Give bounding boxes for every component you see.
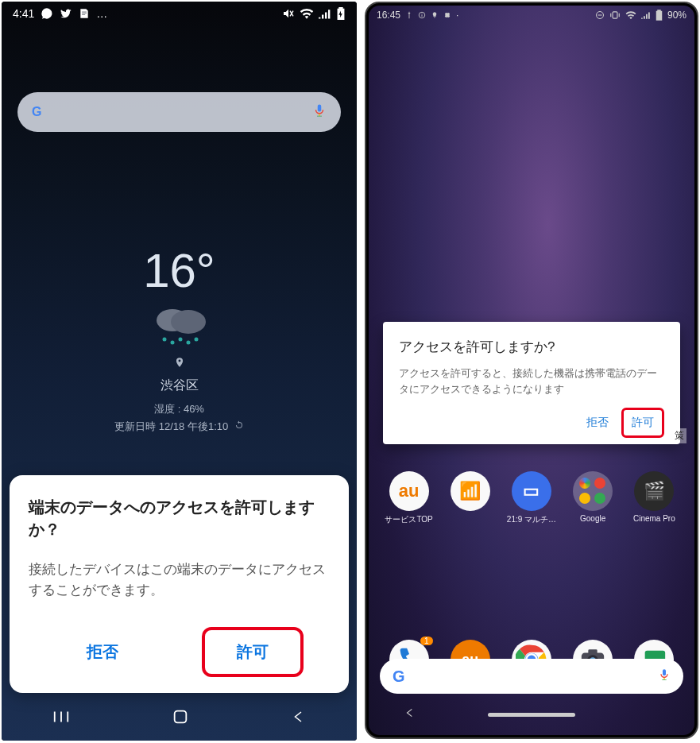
app-サービスTOP[interactable]: auサービスTOP [379, 471, 439, 525]
home-pill[interactable] [488, 713, 575, 717]
voice-search-icon[interactable] [312, 101, 327, 123]
google-search-bar[interactable]: G [380, 659, 683, 694]
svg-point-4 [178, 338, 182, 342]
dialog-title: アクセスを許可しますか? [399, 338, 664, 356]
dnd-icon [595, 10, 605, 20]
doc-icon [79, 7, 90, 20]
phone-sony: 16:45 · 90% アクセスを許可しますか? アクセスを許可すると、接続した… [365, 2, 698, 739]
app-row1-1[interactable]: 📶 [440, 471, 501, 525]
wifi-icon [625, 10, 636, 20]
dialog-body: アクセスを許可すると、接続した機器は携帯電話のデータにアクセスできるようになりま… [399, 366, 664, 397]
app-label: Google [563, 514, 623, 523]
vibrate-icon [609, 10, 621, 20]
google-g-icon: G [32, 105, 41, 119]
back-button[interactable] [404, 706, 416, 723]
weather-widget[interactable]: 16° 渋谷区 湿度 : 46% 更新日時 12/18 午後1:10 [2, 243, 357, 434]
allow-button[interactable]: 許可 [621, 408, 664, 438]
access-dialog: アクセスを許可しますか? アクセスを許可すると、接続した機器は携帯電話のデータに… [383, 322, 680, 444]
google-search-bar[interactable]: G [17, 92, 341, 132]
wifi-icon [300, 8, 314, 19]
svg-point-12 [447, 15, 450, 17]
temperature: 16° [2, 243, 357, 298]
svg-point-2 [162, 338, 166, 342]
google-g-icon: G [393, 668, 404, 686]
home-button[interactable] [172, 708, 189, 729]
battery-charging-icon [336, 7, 346, 20]
refresh-icon[interactable] [234, 420, 244, 432]
humidity: 湿度 : 46% [2, 402, 357, 416]
deny-button[interactable]: 拒否 [55, 627, 150, 677]
status-bar: 4:41 … [2, 2, 357, 25]
app-row-widgets: auサービスTOP📶▭21:9 マルチ…Google🎬Cinema Pro [369, 471, 694, 525]
svg-rect-14 [613, 12, 617, 18]
rain-cloud-icon [149, 304, 211, 349]
bulb-icon [431, 10, 439, 20]
more-icon: … [96, 7, 108, 20]
home-screen: 16:45 · 90% アクセスを許可しますか? アクセスを許可すると、接続した… [369, 6, 694, 735]
battery-icon [656, 10, 663, 21]
status-time: 16:45 [377, 10, 400, 21]
back-button[interactable] [292, 708, 306, 729]
twitter-icon [60, 7, 72, 20]
usb-icon [405, 10, 413, 20]
dialog-body: 接続したデバイスはこの端末のデータにアクセスすることができます。 [29, 559, 330, 600]
svg-rect-7 [175, 711, 187, 723]
svg-point-1 [171, 310, 206, 334]
voice-search-icon[interactable] [658, 666, 671, 687]
right-edge-label: 策 [672, 428, 686, 443]
mute-icon [282, 7, 295, 20]
app-Cinema Pro[interactable]: 🎬Cinema Pro [624, 471, 684, 525]
signal-icon [641, 10, 651, 20]
app-Google[interactable]: Google [563, 471, 623, 525]
phone-samsung: 4:41 … G 16° [2, 2, 357, 741]
svg-point-6 [194, 338, 198, 342]
more-icon: · [456, 10, 458, 21]
home-screen: 4:41 … G 16° [2, 2, 357, 741]
navigation-bar [369, 698, 694, 730]
messenger-icon [41, 7, 53, 20]
deny-button[interactable]: 拒否 [577, 408, 618, 438]
svg-point-5 [186, 341, 190, 345]
svg-point-3 [170, 341, 174, 345]
navigation-bar [2, 696, 357, 741]
status-bar: 16:45 · 90% [369, 6, 694, 25]
app-label: Cinema Pro [624, 514, 684, 523]
svg-rect-22 [588, 649, 597, 654]
recents-button[interactable] [52, 710, 70, 727]
app-21:9 マルチ…[interactable]: ▭21:9 マルチ… [501, 471, 562, 525]
info-icon [418, 10, 426, 20]
app-label: 21:9 マルチ… [501, 514, 562, 525]
battery-percent: 90% [667, 10, 686, 21]
location-name: 渋谷区 [2, 377, 357, 394]
clover-icon [443, 10, 451, 20]
usb-access-dialog: 端末のデータへのアクセスを許可しますか？ 接続したデバイスはこの端末のデータにア… [10, 475, 349, 693]
status-time: 4:41 [13, 7, 34, 20]
update-time: 更新日時 12/18 午後1:10 [2, 420, 357, 434]
app-label: サービスTOP [379, 514, 439, 525]
dialog-title: 端末のデータへのアクセスを許可しますか？ [29, 496, 330, 540]
location-pin-icon [2, 355, 357, 373]
allow-button[interactable]: 許可 [202, 627, 304, 677]
signal-icon [319, 8, 331, 19]
